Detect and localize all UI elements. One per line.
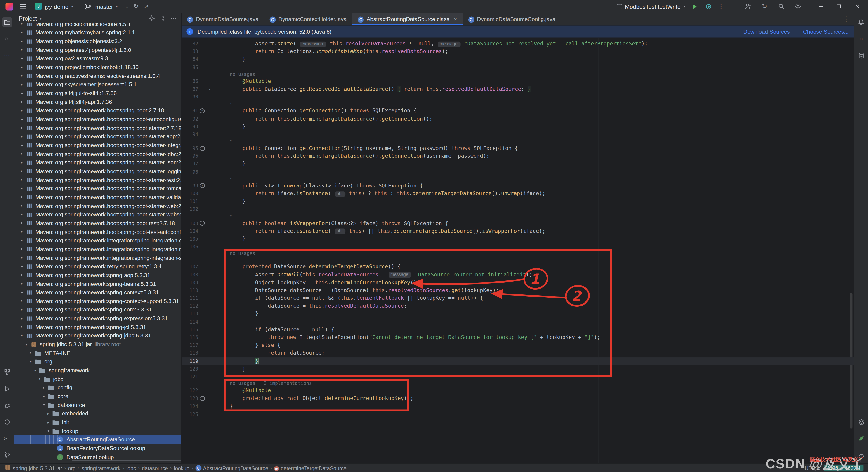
history-icon[interactable]: ↻ — [760, 2, 769, 11]
code-line[interactable]: 108 Assert.notNull(this.resolvedDataSour… — [182, 271, 854, 279]
run-configuration-widget[interactable]: ModbusTest.testWrite ▾ — [616, 3, 685, 9]
breadcrumb-item[interactable]: CAbstractRoutingDataSource — [195, 465, 268, 471]
breadcrumb-item[interactable]: spring-jdbc-5.3.31.jar — [4, 464, 62, 472]
breadcrumb-item[interactable]: org — [68, 465, 76, 471]
file-encoding[interactable]: UTF-8 — [805, 465, 819, 471]
code-line[interactable]: 112 dataSource = this.resolvedDefaultDat… — [182, 302, 854, 310]
memory-indicator[interactable]: 1176 of 3600M — [824, 465, 864, 471]
code-line[interactable]: 110 DataSource dataSource = (DataSource)… — [182, 286, 854, 294]
layers-icon[interactable] — [856, 417, 866, 427]
project-panel-title[interactable]: Project — [19, 15, 37, 22]
branch-widget[interactable]: master ▾ — [81, 1, 121, 12]
code-line[interactable]: 99↑ public <T> T unwrap(Class<T> iface) … — [182, 182, 854, 190]
editor-tab[interactable]: CDynamicDataSource.java — [182, 13, 264, 25]
tree-item[interactable]: ▾Maven: org.springframework:spring-jdbc:… — [14, 331, 181, 340]
tree-item[interactable]: ▸Maven: org.ow2.asm:asm:9.3 — [14, 54, 181, 63]
tree-item[interactable]: ▾jdbc — [14, 375, 181, 383]
select-opened-file-icon[interactable] — [147, 14, 156, 23]
folder-tool-icon[interactable] — [2, 17, 12, 27]
tree-item[interactable]: ▸Maven: org.springframework.boot:spring-… — [14, 219, 181, 228]
share-icon[interactable]: ↗ — [144, 3, 149, 9]
tree-item[interactable]: ▸META-INF — [14, 349, 181, 357]
breadcrumb-item[interactable]: springframework — [82, 465, 121, 471]
chevron-right-icon[interactable]: ▸ — [19, 160, 25, 165]
chevron-right-icon[interactable]: ▸ — [19, 264, 25, 269]
code-line[interactable]: 122 @Nullable — [182, 386, 854, 395]
chevron-right-icon[interactable]: ▸ — [19, 186, 25, 191]
tree-item[interactable]: ▸Maven: org.opentest4j:opentest4j:1.2.0 — [14, 46, 181, 54]
tree-item[interactable]: ▸Maven: org.springframework.boot:spring-… — [14, 175, 181, 184]
chevron-right-icon[interactable]: ▸ — [28, 351, 34, 355]
tree-item[interactable]: ▸Maven: org.slf4j:jul-to-slf4j:1.7.36 — [14, 89, 181, 98]
tree-item[interactable]: ▾lookup — [14, 427, 181, 435]
code-line[interactable]: 109 Object lookupKey = this.determineCur… — [182, 279, 854, 286]
chevron-right-icon[interactable]: ▸ — [19, 74, 25, 78]
close-tab-icon[interactable]: × — [454, 16, 457, 22]
search-icon[interactable] — [777, 2, 785, 11]
code-line[interactable]: 105 } — [182, 235, 854, 243]
chevron-right-icon[interactable]: ▸ — [19, 91, 25, 96]
tree-item[interactable]: ▸Maven: org.springframework.integration:… — [14, 254, 181, 262]
fold-icon[interactable]: › — [206, 85, 213, 93]
chevron-down-icon[interactable]: ▾ — [32, 368, 38, 373]
chevron-right-icon[interactable]: ▸ — [19, 282, 25, 286]
chevron-right-icon[interactable]: ▸ — [19, 290, 25, 295]
chevron-right-icon[interactable]: ▸ — [19, 195, 25, 199]
chevron-right-icon[interactable]: ▸ — [19, 108, 25, 113]
tree-horizontal-scrollbar[interactable] — [72, 460, 182, 461]
override-gutter-icon[interactable]: ↑ — [198, 221, 206, 226]
tree-item[interactable]: CAbstractRoutingDataSource — [14, 435, 181, 444]
code-line[interactable]: 106 — [182, 243, 854, 251]
chevron-down-icon[interactable]: ▾ — [37, 377, 43, 381]
breadcrumb-item[interactable]: mdetermineTargetDataSource — [274, 465, 346, 471]
chevron-right-icon[interactable]: ▸ — [19, 65, 25, 70]
chevron-right-icon[interactable]: ▸ — [19, 177, 25, 182]
intellij-logo-icon[interactable] — [5, 2, 13, 10]
code-line[interactable]: 104 return iface.isInstance( obj: this) … — [182, 227, 854, 235]
project-widget[interactable]: J jyy-demo ▾ — [32, 2, 76, 11]
gauge-icon[interactable] — [856, 450, 866, 460]
tab-options-icon[interactable]: ⋮ — [843, 16, 849, 22]
code-line[interactable]: 91↑ public Connection getConnection() th… — [182, 107, 854, 115]
code-line[interactable]: 97 } — [182, 160, 854, 168]
tree-item[interactable]: ▸Maven: org.reactivestreams:reactive-str… — [14, 72, 181, 80]
chevron-down-icon[interactable]: ▾ — [23, 342, 29, 347]
code-line[interactable]: 107 protected DataSource determineTarget… — [182, 263, 854, 271]
code-line[interactable]: 117 } else { — [182, 341, 854, 349]
tree-item[interactable]: ▸Maven: org.springframework.boot:spring-… — [14, 106, 181, 115]
code-line[interactable]: 116 throw new IllegalStateException("Can… — [182, 334, 854, 341]
tree-item[interactable]: ▸Maven: org.springframework.boot:spring-… — [14, 124, 181, 132]
tree-item[interactable]: ▸Maven: org.springframework.boot:spring-… — [14, 201, 181, 210]
collapse-all-icon[interactable] — [159, 14, 168, 23]
panel-options-icon[interactable]: ⋯ — [170, 15, 177, 21]
debug-icon[interactable] — [2, 401, 12, 411]
tree-item[interactable]: ▸Maven: org.springframework.boot:spring-… — [14, 193, 181, 201]
code-line[interactable]: 87› public DataSource getResolvedDefault… — [182, 85, 854, 93]
code-line[interactable]: 123↓ protected abstract Object determine… — [182, 395, 854, 402]
editor-tab[interactable]: CDynamicDataSourceConfig.java — [463, 13, 561, 25]
chevron-right-icon[interactable]: ▸ — [19, 238, 25, 243]
code-line[interactable]: 115 if (dataSource == null) { — [182, 326, 854, 334]
code-editor[interactable]: 82 Assert.state( expression: this.resolv… — [182, 38, 854, 464]
tree-item[interactable]: ▸Maven: org.springframework.boot:spring-… — [14, 228, 181, 236]
main-menu-icon[interactable] — [18, 2, 27, 11]
breadcrumb-item[interactable]: lookup — [174, 465, 189, 471]
tree-item[interactable]: ▸Maven: org.springframework.integration:… — [14, 245, 181, 254]
problems-icon[interactable] — [2, 417, 12, 427]
editor-tab[interactable]: CAbstractRoutingDataSource.class× — [352, 13, 463, 25]
chevron-down-icon[interactable]: ▾ — [19, 334, 25, 338]
tree-item[interactable]: ▸Maven: org.springframework.boot:spring-… — [14, 141, 181, 149]
code-line[interactable]: 93 } — [182, 123, 854, 131]
chevron-right-icon[interactable]: ▸ — [19, 169, 25, 173]
leaf-icon[interactable] — [856, 434, 866, 444]
code-line[interactable]: 125 — [182, 410, 854, 418]
tree-item[interactable]: ▾org — [14, 357, 181, 366]
close-button[interactable] — [852, 2, 861, 11]
bell-icon[interactable] — [856, 17, 866, 27]
tree-item[interactable]: ▸embedded — [14, 409, 181, 418]
code-line[interactable]: 102 — [182, 205, 854, 213]
refresh-icon[interactable]: ↻ — [133, 3, 139, 9]
tree-item[interactable]: ▸Maven: org.springframework.boot:spring-… — [14, 132, 181, 141]
chevron-right-icon[interactable]: ▸ — [19, 325, 25, 329]
chevron-right-icon[interactable]: ▸ — [19, 31, 25, 35]
